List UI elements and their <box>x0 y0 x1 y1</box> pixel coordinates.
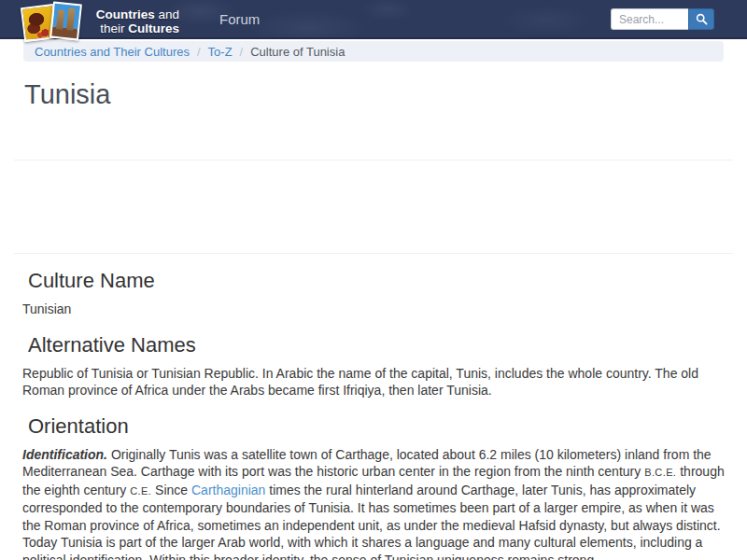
moai-statue <box>66 7 75 31</box>
magnifier-icon <box>696 13 708 25</box>
logo-line-2: their Cultures <box>86 21 179 35</box>
orientation-seg3: Since <box>151 483 191 497</box>
top-navbar: Countries and their Cultures Forum <box>0 0 747 39</box>
logo-wordmark: Countries and their Cultures <box>86 7 179 35</box>
orientation-seg1: Originally Tunis was a satellite town of… <box>22 447 712 480</box>
orientation-text: Identification. Originally Tunis was a s… <box>22 446 725 560</box>
search-input[interactable] <box>611 8 688 30</box>
breadcrumb-separator: / <box>197 45 201 59</box>
section-heading-alternative-names: Alternative Names <box>28 333 725 357</box>
main-content: Tunisia Culture Name Tunisian Alternativ… <box>0 78 747 560</box>
era-ce: C.E. <box>130 485 151 497</box>
forum-link[interactable]: Forum <box>219 11 260 27</box>
section-heading-orientation: Orientation <box>28 414 725 439</box>
alternative-names-text: Republic of Tunisia or Tunisian Republic… <box>22 365 725 399</box>
logo-moai-photo <box>49 1 82 40</box>
identification-label: Identification. <box>22 447 107 462</box>
culture-name-text: Tunisian <box>22 301 725 318</box>
breadcrumb-link-to-z[interactable]: To-Z <box>208 45 233 59</box>
carthaginian-link[interactable]: Carthaginian <box>191 483 265 497</box>
breadcrumb-separator: / <box>240 45 244 59</box>
search-button[interactable] <box>688 8 714 30</box>
section-heading-culture-name: Culture Name <box>28 269 725 293</box>
breadcrumb-link-home[interactable]: Countries and Their Cultures <box>35 45 190 59</box>
era-bce: B.C.E. <box>644 467 676 478</box>
page-title: Tunisia <box>24 78 725 110</box>
site-logo[interactable]: Countries and their Cultures <box>22 2 181 45</box>
moai-statue <box>56 9 64 30</box>
search-box <box>611 8 714 30</box>
logo-line-1: Countries and <box>86 7 179 21</box>
breadcrumb-current-page: Culture of Tunisia <box>250 45 345 59</box>
ad-placeholder <box>14 160 733 254</box>
